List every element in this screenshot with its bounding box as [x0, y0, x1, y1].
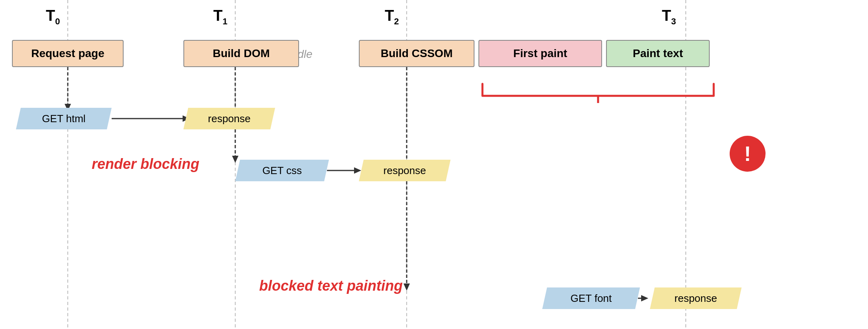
response-html-box: response	[183, 108, 275, 129]
request-page-box: Request page	[12, 40, 124, 67]
time-label-t3: T3	[662, 7, 676, 27]
time-label-t0: T0	[46, 7, 60, 27]
build-cssom-box: Build CSSOM	[359, 40, 474, 67]
response-css-box: response	[359, 160, 451, 181]
blocked-text-painting-label: blocked text painting	[259, 277, 403, 294]
diagram: T0 T1 T2 T3 idle idle Request page Build…	[0, 0, 868, 329]
first-paint-box: First paint	[478, 40, 602, 67]
get-font-box: GET font	[542, 287, 640, 309]
time-label-t1: T1	[213, 7, 227, 27]
svg-marker-9	[232, 156, 238, 163]
build-dom-box: Build DOM	[183, 40, 299, 67]
render-blocking-label: render blocking	[92, 156, 199, 172]
svg-marker-11	[354, 167, 361, 174]
svg-marker-15	[641, 295, 648, 301]
get-css-box: GET css	[235, 160, 329, 181]
paint-text-box: Paint text	[606, 40, 710, 67]
svg-marker-13	[403, 283, 410, 291]
response-font-box: response	[650, 287, 742, 309]
time-label-t2: T2	[385, 7, 399, 27]
warning-icon: !	[730, 136, 766, 172]
get-html-box: GET html	[16, 108, 112, 129]
